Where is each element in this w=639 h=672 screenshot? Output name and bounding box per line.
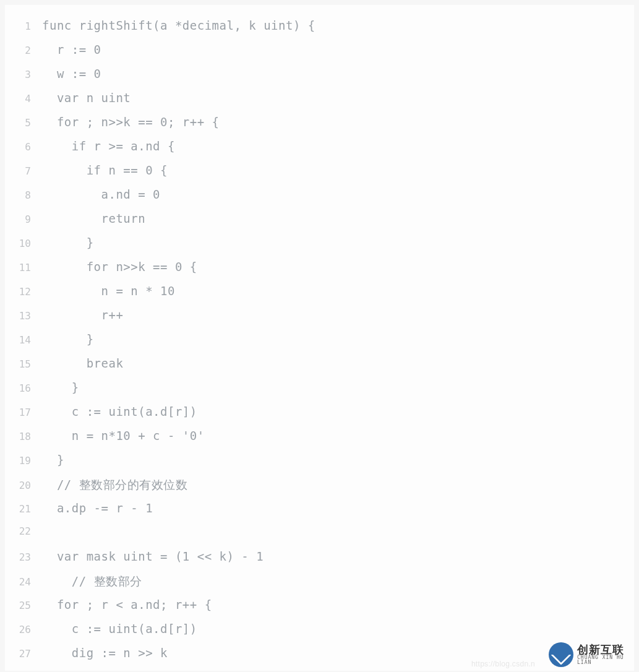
code-line: 21 a.dp -= r - 1 [5,501,634,525]
line-content: if r >= a.nd { [42,139,175,153]
line-number: 9 [5,213,42,225]
code-line: 9 return [5,212,634,236]
watermark-url: https://blog.csdn.n [471,660,535,668]
code-line: 11 for n>>k == 0 { [5,260,634,284]
line-number: 24 [5,576,42,588]
code-line: 26 c := uint(a.d[r]) [5,622,634,646]
code-line: 19 } [5,453,634,477]
line-number: 3 [5,69,42,80]
line-content: a.nd = 0 [42,187,160,201]
code-line: 16 } [5,381,634,405]
line-number: 27 [5,648,42,660]
line-number: 6 [5,141,42,153]
line-content: return [42,212,145,225]
line-content: } [42,236,94,249]
brand-logo: 创新互联 CHUANG XIN HU LIAN [549,641,629,668]
line-number: 14 [5,334,42,346]
brand-logo-text: 创新互联 CHUANG XIN HU LIAN [577,644,629,665]
line-number: 22 [5,525,42,537]
line-number: 1 [5,20,42,32]
code-block: 1 func rightShift(a *decimal, k uint) { … [5,5,634,671]
line-content: a.dp -= r - 1 [42,501,153,515]
code-line: 8 a.nd = 0 [5,187,634,212]
code-line: 14 } [5,332,634,356]
line-content: func rightShift(a *decimal, k uint) { [42,19,315,32]
line-content: } [42,381,79,394]
line-number: 15 [5,358,42,370]
line-content: // 整数部分 [42,574,142,590]
code-line: 20 // 整数部分的有效位数 [5,477,634,501]
line-content: n = n * 10 [42,284,175,298]
code-line: 13 r++ [5,308,634,332]
line-content: break [42,356,123,370]
line-number: 23 [5,551,42,563]
line-number: 4 [5,93,42,105]
line-number: 18 [5,431,42,442]
code-line: 1 func rightShift(a *decimal, k uint) { [5,19,634,43]
line-number: 12 [5,286,42,298]
code-line: 12 n = n * 10 [5,284,634,308]
code-line: 17 c := uint(a.d[r]) [5,405,634,429]
line-number: 25 [5,600,42,611]
line-number: 21 [5,503,42,515]
line-content: for n>>k == 0 { [42,260,197,274]
line-content: } [42,332,94,346]
line-content: if n == 0 { [42,163,168,177]
code-line: 2 r := 0 [5,43,634,67]
line-content: } [42,453,64,467]
line-content: var mask uint = (1 << k) - 1 [42,549,264,563]
line-number: 2 [5,45,42,56]
line-number: 5 [5,117,42,129]
line-number: 16 [5,382,42,394]
line-content: r := 0 [42,43,101,56]
line-content: r++ [42,308,123,322]
brand-logo-icon [549,642,573,667]
line-content: // 整数部分的有效位数 [42,477,187,493]
code-line: 4 var n uint [5,91,634,115]
line-content: c := uint(a.d[r]) [42,622,197,635]
line-content: dig := n >> k [42,646,168,660]
line-content: for ; n>>k == 0; r++ { [42,115,220,129]
line-number: 26 [5,624,42,635]
line-number: 7 [5,165,42,177]
code-line: 15 break [5,356,634,381]
code-line: 10 } [5,236,634,260]
code-line: 18 n = n*10 + c - '0' [5,429,634,453]
line-number: 8 [5,189,42,201]
line-content: n = n*10 + c - '0' [42,429,205,442]
code-line: 23 var mask uint = (1 << k) - 1 [5,549,634,574]
code-line: 7 if n == 0 { [5,163,634,187]
line-number: 10 [5,238,42,249]
line-content: w := 0 [42,67,101,80]
code-line: 25 for ; r < a.nd; r++ { [5,598,634,622]
line-number: 13 [5,310,42,322]
code-line: 6 if r >= a.nd { [5,139,634,163]
code-line: 3 w := 0 [5,67,634,91]
line-content: var n uint [42,91,131,105]
line-number: 19 [5,455,42,467]
brand-name-en: CHUANG XIN HU LIAN [577,655,629,665]
line-number: 20 [5,480,42,491]
code-line: 5 for ; n>>k == 0; r++ { [5,115,634,139]
line-content: c := uint(a.d[r]) [42,405,197,418]
code-line: 24 // 整数部分 [5,574,634,598]
line-number: 17 [5,407,42,418]
brand-name-cn: 创新互联 [577,644,629,655]
code-line: 22 [5,525,634,549]
code-line: 27 dig := n >> k [5,646,634,670]
line-content: for ; r < a.nd; r++ { [42,598,212,611]
line-number: 11 [5,262,42,274]
